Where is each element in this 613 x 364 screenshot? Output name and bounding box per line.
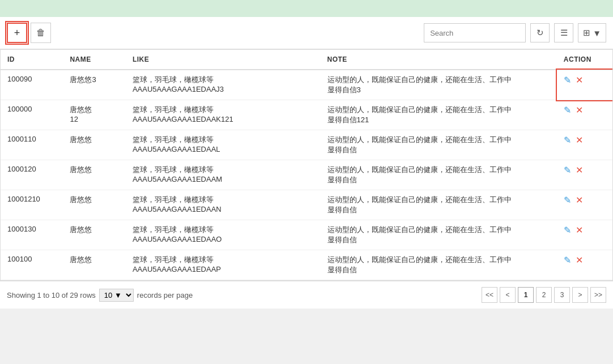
edit-button[interactable]: ✎ (564, 135, 571, 145)
table-container: ID NAME LIKE NOTE ACTION 100090唐悠悠3篮球，羽毛… (0, 49, 613, 281)
col-header-action: ACTION (557, 50, 612, 70)
cell-action: ✎✕ (557, 220, 612, 250)
row-delete-button[interactable]: ✕ (576, 225, 583, 235)
table-row: 1000130唐悠悠篮球，羽毛球，橄榄球等 AAAU5AAAGAAA1EDAAO… (1, 220, 612, 250)
col-header-name: NAME (63, 50, 125, 70)
row-delete-button[interactable]: ✕ (576, 165, 583, 175)
cell-like: 篮球，羽毛球，橄榄球等 AAAU5AAAGAAA1EDAAN (126, 190, 321, 220)
delete-button[interactable]: 🗑 (31, 23, 51, 43)
cell-like: 篮球，羽毛球，橄榄球等 AAAU5AAAGAAA1EDAAM (126, 160, 321, 190)
cell-name: 唐悠悠 (63, 160, 125, 190)
col-header-id: ID (1, 50, 63, 70)
showing-text: Showing 1 to 10 of 29 rows (7, 291, 96, 299)
edit-button[interactable]: ✎ (564, 255, 571, 265)
edit-button[interactable]: ✎ (564, 105, 571, 115)
cell-note: 运动型的人，既能保证自己的健康，还能在生活、工作中 显得自信3 (321, 70, 557, 100)
col-header-like: LIKE (126, 50, 321, 70)
cell-action: ✎✕ (557, 70, 612, 100)
page-1-button[interactable]: 1 (518, 287, 534, 303)
page-2-button[interactable]: 2 (536, 287, 552, 303)
pagination: << < 1 2 3 > >> (482, 287, 606, 303)
col-header-note: NOTE (321, 50, 557, 70)
cell-note: 运动型的人，既能保证自己的健康，还能在生活、工作中 显得自信121 (321, 100, 557, 130)
row-delete-button[interactable]: ✕ (576, 195, 583, 205)
table-header-row: ID NAME LIKE NOTE ACTION (1, 50, 612, 70)
columns-button[interactable]: ⊞ ▼ (578, 23, 606, 42)
cell-note: 运动型的人，既能保证自己的健康，还能在生活、工作中 显得自信 (321, 250, 557, 280)
cell-note: 运动型的人，既能保证自己的健康，还能在生活、工作中 显得自信 (321, 220, 557, 250)
table-row: 100090唐悠悠3篮球，羽毛球，橄榄球等 AAAU5AAAGAAA1EDAAJ… (1, 70, 612, 100)
edit-button[interactable]: ✎ (564, 195, 571, 205)
page-3-button[interactable]: 3 (554, 287, 570, 303)
cell-name: 唐悠悠 12 (63, 100, 125, 130)
grid-icon: ⊞ (583, 28, 590, 38)
refresh-button[interactable]: ↻ (530, 23, 550, 42)
cell-action: ✎✕ (557, 100, 612, 130)
per-page-select[interactable]: 10 ▼ 20 50 (99, 289, 134, 302)
cell-like: 篮球，羽毛球，橄榄球等 AAAU5AAAGAAA1EDAAP (126, 250, 321, 280)
edit-button[interactable]: ✎ (564, 75, 571, 85)
chevron-down-icon: ▼ (593, 28, 601, 38)
row-delete-button[interactable]: ✕ (576, 75, 583, 85)
cell-like: 篮球，羽毛球，橄榄球等 AAAU5AAAGAAA1EDAAK121 (126, 100, 321, 130)
toolbar: + 🗑 ↻ ☰ ⊞ ▼ (0, 17, 613, 49)
cell-id: 100000 (1, 100, 63, 130)
cell-note: 运动型的人，既能保证自己的健康，还能在生活、工作中 显得自信 (321, 160, 557, 190)
trash-icon: 🗑 (36, 28, 45, 38)
footer: Showing 1 to 10 of 29 rows 10 ▼ 20 50 re… (0, 281, 613, 309)
cell-action: ✎✕ (557, 250, 612, 280)
cell-name: 唐悠悠 (63, 130, 125, 160)
prev-page-button[interactable]: < (500, 287, 516, 303)
cell-like: 篮球，羽毛球，橄榄球等 AAAU5AAAGAAA1EDAAL (126, 130, 321, 160)
cell-id: 1000120 (1, 160, 63, 190)
cell-name: 唐悠悠3 (63, 70, 125, 100)
table-row: 1000120唐悠悠篮球，羽毛球，橄榄球等 AAAU5AAAGAAA1EDAAM… (1, 160, 612, 190)
row-delete-button[interactable]: ✕ (576, 135, 583, 145)
next-page-button[interactable]: > (572, 287, 588, 303)
cell-id: 1000130 (1, 220, 63, 250)
cell-id: 10001210 (1, 190, 63, 220)
table-row: 10001210唐悠悠篮球，羽毛球，橄榄球等 AAAU5AAAGAAA1EDAA… (1, 190, 612, 220)
cell-like: 篮球，羽毛球，橄榄球等 AAAU5AAAGAAA1EDAAJ3 (126, 70, 321, 100)
refresh-icon: ↻ (537, 28, 544, 38)
records-per-page-label: records per page (137, 291, 193, 299)
table-row: 1000110唐悠悠篮球，羽毛球，橄榄球等 AAAU5AAAGAAA1EDAAL… (1, 130, 612, 160)
cell-note: 运动型的人，既能保证自己的健康，还能在生活、工作中 显得自信 (321, 130, 557, 160)
add-button[interactable]: + (7, 23, 27, 43)
cell-id: 100090 (1, 70, 63, 100)
cell-action: ✎✕ (557, 160, 612, 190)
last-page-button[interactable]: >> (590, 287, 606, 303)
cell-id: 1000110 (1, 130, 63, 160)
cell-like: 篮球，羽毛球，橄榄球等 AAAU5AAAGAAA1EDAAO (126, 220, 321, 250)
edit-button[interactable]: ✎ (564, 165, 571, 175)
first-page-button[interactable]: << (482, 287, 497, 303)
cell-id: 100100 (1, 250, 63, 280)
list-icon: ☰ (560, 28, 568, 38)
cell-name: 唐悠悠 (63, 220, 125, 250)
cell-action: ✎✕ (557, 190, 612, 220)
row-delete-button[interactable]: ✕ (576, 105, 583, 115)
cell-note: 运动型的人，既能保证自己的健康，还能在生活、工作中 显得自信 (321, 190, 557, 220)
cell-action: ✎✕ (557, 130, 612, 160)
cell-name: 唐悠悠 (63, 190, 125, 220)
cell-name: 唐悠悠 (63, 250, 125, 280)
search-input[interactable] (424, 23, 526, 42)
table-row: 100100唐悠悠篮球，羽毛球，橄榄球等 AAAU5AAAGAAA1EDAAP运… (1, 250, 612, 280)
list-view-button[interactable]: ☰ (554, 23, 573, 42)
edit-button[interactable]: ✎ (564, 225, 571, 235)
table-row: 100000唐悠悠 12篮球，羽毛球，橄榄球等 AAAU5AAAGAAA1EDA… (1, 100, 612, 130)
row-delete-button[interactable]: ✕ (576, 255, 583, 265)
top-green-bar (0, 0, 613, 17)
